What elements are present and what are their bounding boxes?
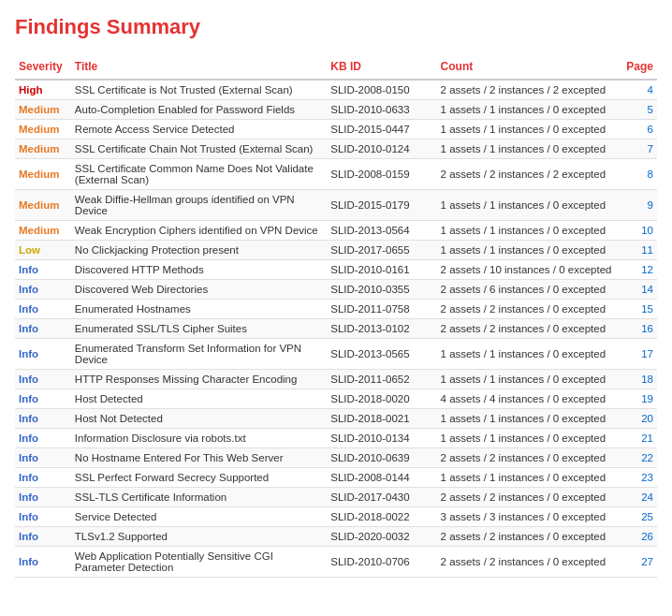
cell-severity: Info	[15, 339, 71, 370]
cell-severity: Info	[15, 319, 71, 339]
cell-title: Weak Diffie-Hellman groups identified on…	[71, 190, 327, 221]
cell-page[interactable]: 25	[620, 507, 657, 527]
cell-count: 1 assets / 1 instances / 0 excepted	[437, 241, 620, 260]
cell-kbid: SLID-2008-0144	[327, 468, 436, 488]
cell-page[interactable]: 24	[620, 488, 657, 507]
cell-kbid: SLID-2008-0159	[327, 159, 436, 190]
cell-severity: Medium	[15, 100, 71, 120]
cell-page[interactable]: 4	[620, 80, 657, 100]
cell-severity: Medium	[15, 190, 71, 221]
cell-page[interactable]: 7	[620, 139, 657, 159]
cell-count: 2 assets / 10 instances / 0 excepted	[437, 260, 620, 280]
cell-severity: Info	[15, 547, 71, 578]
cell-count: 1 assets / 1 instances / 0 excepted	[437, 468, 620, 488]
header-page: Page	[620, 54, 657, 80]
cell-title: Remote Access Service Detected	[71, 120, 327, 139]
cell-kbid: SLID-2018-0020	[327, 389, 436, 409]
cell-page[interactable]: 6	[620, 120, 657, 139]
cell-count: 3 assets / 3 instances / 0 excepted	[437, 507, 620, 527]
cell-page[interactable]: 8	[620, 159, 657, 190]
cell-count: 1 assets / 1 instances / 0 excepted	[437, 370, 620, 389]
header-title: Title	[71, 54, 327, 80]
table-row: InfoEnumerated HostnamesSLID-2011-07582 …	[15, 300, 657, 319]
cell-kbid: SLID-2010-0633	[327, 100, 436, 120]
cell-page[interactable]: 9	[620, 190, 657, 221]
cell-severity: Info	[15, 370, 71, 389]
cell-title: No Hostname Entered For This Web Server	[71, 448, 327, 468]
cell-page[interactable]: 18	[620, 370, 657, 389]
table-row: InfoSSL-TLS Certificate InformationSLID-…	[15, 488, 657, 507]
cell-severity: Low	[15, 241, 71, 260]
cell-page[interactable]: 26	[620, 527, 657, 547]
cell-count: 2 assets / 2 instances / 0 excepted	[437, 448, 620, 468]
cell-kbid: SLID-2011-0652	[327, 370, 436, 389]
cell-severity: Info	[15, 429, 71, 448]
cell-kbid: SLID-2017-0430	[327, 488, 436, 507]
cell-title: TLSv1.2 Supported	[71, 527, 327, 547]
cell-kbid: SLID-2018-0022	[327, 507, 436, 527]
cell-severity: Info	[15, 448, 71, 468]
cell-kbid: SLID-2017-0655	[327, 241, 436, 260]
cell-kbid: SLID-2013-0102	[327, 319, 436, 339]
table-row: InfoSSL Perfect Forward Secrecy Supporte…	[15, 468, 657, 488]
cell-title: Enumerated SSL/TLS Cipher Suites	[71, 319, 327, 339]
header-kbid: KB ID	[327, 54, 436, 80]
cell-page[interactable]: 11	[620, 241, 657, 260]
cell-kbid: SLID-2010-0134	[327, 429, 436, 448]
cell-kbid: SLID-2013-0565	[327, 339, 436, 370]
cell-page[interactable]: 5	[620, 100, 657, 120]
cell-page[interactable]: 21	[620, 429, 657, 448]
cell-severity: Info	[15, 260, 71, 280]
table-row: LowNo Clickjacking Protection presentSLI…	[15, 241, 657, 260]
table-row: MediumAuto-Completion Enabled for Passwo…	[15, 100, 657, 120]
table-row: InfoEnumerated SSL/TLS Cipher SuitesSLID…	[15, 319, 657, 339]
table-row: InfoHost Not DetectedSLID-2018-00211 ass…	[15, 409, 657, 429]
cell-page[interactable]: 23	[620, 468, 657, 488]
cell-count: 1 assets / 1 instances / 0 excepted	[437, 120, 620, 139]
cell-title: Host Detected	[71, 389, 327, 409]
cell-title: Discovered Web Directories	[71, 280, 327, 300]
cell-page[interactable]: 15	[620, 300, 657, 319]
table-row: InfoService DetectedSLID-2018-00223 asse…	[15, 507, 657, 527]
cell-severity: Info	[15, 300, 71, 319]
cell-title: Host Not Detected	[71, 409, 327, 429]
cell-page[interactable]: 19	[620, 389, 657, 409]
cell-severity: Info	[15, 488, 71, 507]
cell-page[interactable]: 17	[620, 339, 657, 370]
cell-severity: Medium	[15, 159, 71, 190]
cell-title: Weak Encryption Ciphers identified on VP…	[71, 221, 327, 241]
cell-title: Discovered HTTP Methods	[71, 260, 327, 280]
cell-title: Web Application Potentially Sensitive CG…	[71, 547, 327, 578]
cell-title: SSL Certificate is Not Trusted (External…	[71, 80, 327, 100]
cell-page[interactable]: 20	[620, 409, 657, 429]
cell-count: 1 assets / 1 instances / 0 excepted	[437, 139, 620, 159]
cell-page[interactable]: 16	[620, 319, 657, 339]
cell-kbid: SLID-2015-0447	[327, 120, 436, 139]
cell-count: 2 assets / 6 instances / 0 excepted	[437, 280, 620, 300]
cell-count: 2 assets / 2 instances / 0 excepted	[437, 527, 620, 547]
cell-page[interactable]: 12	[620, 260, 657, 280]
cell-kbid: SLID-2011-0758	[327, 300, 436, 319]
cell-page[interactable]: 10	[620, 221, 657, 241]
cell-count: 2 assets / 2 instances / 2 excepted	[437, 159, 620, 190]
cell-severity: Medium	[15, 221, 71, 241]
table-row: MediumWeak Encryption Ciphers identified…	[15, 221, 657, 241]
cell-count: 2 assets / 2 instances / 2 excepted	[437, 80, 620, 100]
cell-severity: High	[15, 80, 71, 100]
cell-severity: Info	[15, 468, 71, 488]
cell-kbid: SLID-2013-0564	[327, 221, 436, 241]
cell-page[interactable]: 14	[620, 280, 657, 300]
cell-severity: Info	[15, 507, 71, 527]
cell-count: 2 assets / 2 instances / 0 excepted	[437, 488, 620, 507]
cell-severity: Medium	[15, 139, 71, 159]
findings-table: Severity Title KB ID Count Page HighSSL …	[15, 54, 657, 578]
cell-page[interactable]: 22	[620, 448, 657, 468]
table-row: InfoNo Hostname Entered For This Web Ser…	[15, 448, 657, 468]
cell-kbid: SLID-2010-0124	[327, 139, 436, 159]
cell-kbid: SLID-2008-0150	[327, 80, 436, 100]
cell-title: Information Disclosure via robots.txt	[71, 429, 327, 448]
cell-kbid: SLID-2010-0161	[327, 260, 436, 280]
cell-page[interactable]: 27	[620, 547, 657, 578]
table-row: MediumSSL Certificate Chain Not Trusted …	[15, 139, 657, 159]
cell-title: HTTP Responses Missing Character Encodin…	[71, 370, 327, 389]
